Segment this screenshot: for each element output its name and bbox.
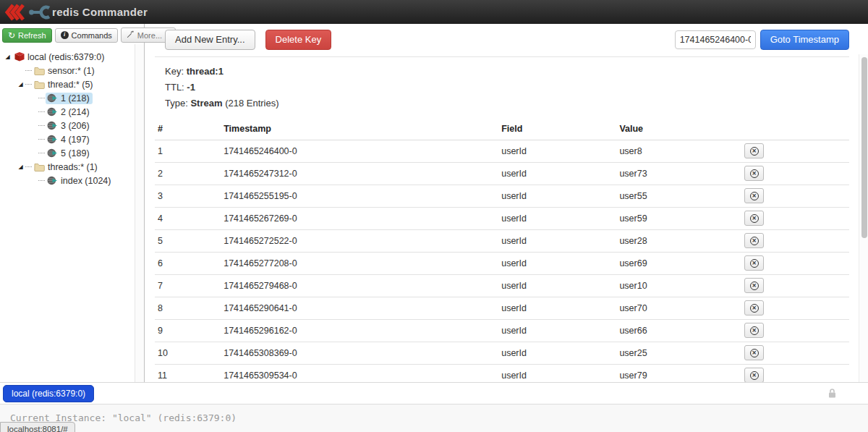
tree-item[interactable]: sensor:* (1) (1, 64, 142, 77)
table-row: 111741465309534-0userIduser79✕ (155, 364, 849, 382)
circle-x-icon: ✕ (750, 326, 759, 335)
main-scrollbar-track[interactable] (859, 54, 868, 382)
tree-node[interactable]: thread:* (5) (33, 79, 96, 90)
commands-label: Commands (72, 31, 112, 40)
entry-timestamp: 1741465272522-0 (221, 229, 498, 252)
tree-node[interactable]: local (redis:6379:0) (12, 51, 107, 63)
main-scrollbar-thumb[interactable] (861, 57, 867, 238)
table-row: 11741465246400-0userIduser8✕ (155, 140, 849, 162)
table-row: 41741465267269-0userIduser59✕ (155, 207, 849, 229)
circle-x-icon: ✕ (750, 349, 759, 357)
delete-entry-button[interactable]: ✕ (744, 278, 764, 293)
tree-item[interactable]: index (1024) (1, 174, 142, 187)
entry-actions: ✕ (741, 319, 849, 342)
table-row: 91741465296162-0userIduser66✕ (155, 319, 849, 342)
timestamp-input[interactable] (675, 30, 756, 49)
entry-field: userId (498, 297, 616, 319)
table-row: 31741465255195-0userIduser55✕ (155, 185, 849, 207)
entry-number: 9 (155, 319, 221, 342)
entry-actions: ✕ (741, 162, 849, 185)
delete-entry-button[interactable]: ✕ (744, 233, 764, 248)
delete-entry-button[interactable]: ✕ (744, 143, 764, 158)
delete-entry-button[interactable]: ✕ (744, 211, 764, 226)
entry-timestamp: 1741465247312-0 (221, 162, 498, 185)
entry-number: 6 (155, 252, 221, 274)
table-row: 71741465279468-0userIduser10✕ (155, 274, 849, 297)
column-header-actions (741, 119, 849, 140)
sidebar-toolbar: ↻ Refresh i Commands More... ▾ (0, 24, 144, 46)
entry-actions: ✕ (741, 342, 849, 364)
entry-field: userId (498, 274, 616, 297)
circle-x-icon: ✕ (750, 371, 759, 380)
tree-expander-icon[interactable]: ◢ (16, 81, 25, 88)
tree-item-label: sensor:* (1) (48, 66, 95, 76)
add-new-entry-button[interactable]: Add New Entry... (165, 30, 255, 50)
tree-node[interactable]: sensor:* (1) (33, 65, 98, 77)
entry-timestamp: 1741465308369-0 (221, 342, 498, 364)
sidebar-scrollbar[interactable] (135, 44, 144, 382)
table-row: 81741465290641-0userIduser70✕ (155, 297, 849, 319)
tree-item[interactable]: 4 (197) (1, 132, 142, 146)
entry-actions: ✕ (741, 229, 849, 252)
entry-number: 11 (155, 364, 221, 382)
delete-entry-button[interactable]: ✕ (744, 323, 764, 338)
refresh-label: Refresh (18, 31, 46, 40)
url-hint-tooltip: localhost:8081/# (0, 422, 75, 432)
table-row: 61741465277208-0userIduser69✕ (155, 252, 849, 274)
refresh-button[interactable]: ↻ Refresh (2, 28, 52, 43)
tree-guide-line (38, 139, 45, 140)
entry-number: 5 (155, 229, 221, 252)
tree-item[interactable]: ◢threads:* (1) (1, 160, 142, 174)
tree-item[interactable]: ◢thread:* (5) (1, 77, 142, 91)
tree-item[interactable]: 2 (214) (1, 105, 142, 119)
delete-entry-button[interactable]: ✕ (744, 345, 764, 360)
delete-entry-button[interactable]: ✕ (744, 166, 764, 181)
delete-entry-button[interactable]: ✕ (744, 368, 764, 382)
tree-expander-icon[interactable]: ◢ (16, 164, 25, 170)
entry-value: user73 (616, 162, 741, 185)
lock-icon (827, 388, 838, 402)
tree-item[interactable]: 5 (189) (1, 146, 142, 160)
delete-key-button[interactable]: Delete Key (265, 30, 332, 50)
tree-node[interactable]: threads:* (1) (33, 161, 101, 173)
entry-number: 7 (155, 274, 221, 297)
circle-x-icon: ✕ (750, 237, 759, 245)
goto-timestamp-button[interactable]: Goto Timestamp (760, 30, 849, 50)
tree-expander-icon[interactable]: ◢ (3, 54, 12, 60)
entry-value: user28 (616, 229, 741, 252)
entry-field: userId (498, 207, 616, 229)
entry-field: userId (498, 364, 616, 382)
main-toolbar: Add New Entry... Delete Key Goto Timesta… (155, 24, 849, 57)
type-value: Stream (190, 98, 222, 109)
table-header-row: #TimestampFieldValue (155, 119, 849, 140)
entry-actions: ✕ (741, 274, 849, 297)
circle-x-icon: ✕ (750, 304, 759, 313)
tree-node[interactable]: 4 (197) (46, 134, 93, 145)
tree-node[interactable]: 1 (218) (46, 93, 93, 104)
tree-item[interactable]: 1 (218) (1, 91, 142, 105)
redis-icon (14, 52, 25, 62)
entry-actions: ✕ (741, 252, 849, 274)
entry-timestamp: 1741465296162-0 (221, 319, 498, 342)
tree-item-label: local (redis:6379:0) (27, 52, 104, 62)
delete-entry-button[interactable]: ✕ (744, 255, 764, 271)
stream-icon (47, 176, 58, 185)
entry-value: user69 (616, 252, 741, 274)
type-line: Type: Stream (218 Entries) (165, 98, 849, 109)
tree-node[interactable]: 5 (189) (46, 148, 93, 159)
stream-icon (47, 107, 58, 117)
tree-guide-line (25, 84, 32, 85)
entry-field: userId (498, 342, 616, 364)
tree-node[interactable]: 2 (214) (46, 106, 93, 118)
tree-node[interactable]: 3 (206) (46, 120, 93, 132)
commands-button[interactable]: i Commands (55, 28, 118, 43)
tree-item[interactable]: ◢local (redis:6379:0) (1, 50, 142, 64)
delete-entry-button[interactable]: ✕ (744, 300, 764, 315)
delete-entry-button[interactable]: ✕ (744, 188, 764, 203)
column-header: # (155, 119, 221, 140)
entry-field: userId (498, 162, 616, 185)
tree-item[interactable]: 3 (206) (1, 119, 142, 132)
entry-number: 4 (155, 207, 221, 229)
instance-button[interactable]: local (redis:6379:0) (3, 385, 94, 402)
tree-node[interactable]: index (1024) (46, 175, 114, 187)
